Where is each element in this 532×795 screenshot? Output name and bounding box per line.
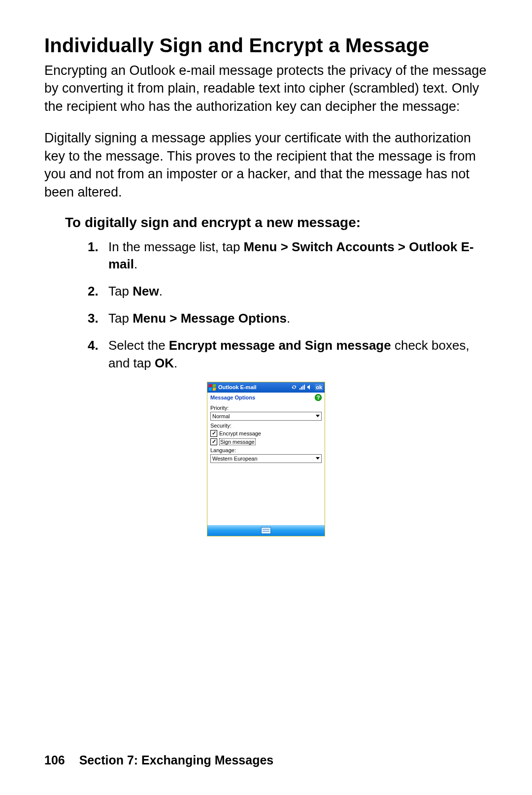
help-icon[interactable]: ?	[315, 394, 322, 401]
device-titlebar: Outlook E-mail ok	[207, 382, 325, 393]
encrypt-checkbox[interactable]	[210, 430, 217, 437]
keyboard-icon[interactable]	[261, 527, 271, 534]
sign-checkbox[interactable]	[210, 438, 217, 445]
language-value: Western European	[212, 456, 258, 462]
device-subheader: Message Options ?	[207, 393, 325, 402]
step-4-bold-b: OK	[155, 356, 174, 370]
device-blank-area	[210, 463, 322, 522]
encrypt-row[interactable]: Encrypt message	[210, 430, 322, 437]
steps-list: In the message list, tap Menu > Switch A…	[44, 238, 488, 372]
ok-button[interactable]: ok	[315, 384, 323, 391]
page-footer: 106 Section 7: Exchanging Messages	[44, 753, 273, 767]
sign-label: Sign message	[219, 438, 256, 445]
device-screenshot: Outlook E-mail ok Message Options ? Prio…	[207, 382, 325, 536]
device-content: Priority: Normal Security: Encrypt messa…	[207, 402, 325, 525]
step-1-text: In the message list, tap	[108, 239, 244, 254]
step-3-tail: .	[287, 311, 290, 326]
speaker-icon	[307, 384, 313, 390]
intro-paragraph-2: Digitally signing a message applies your…	[44, 129, 488, 201]
encrypt-label: Encrypt message	[219, 431, 261, 436]
language-select[interactable]: Western European	[210, 454, 322, 463]
sign-row[interactable]: Sign message	[210, 438, 322, 445]
priority-select[interactable]: Normal	[210, 412, 322, 421]
step-2-bold: New	[133, 284, 159, 298]
intro-paragraph-1: Encrypting an Outlook e-mail message pro…	[44, 62, 488, 115]
message-options-label: Message Options	[210, 395, 255, 400]
device-title: Outlook E-mail	[218, 384, 289, 390]
sync-icon	[291, 384, 297, 390]
page-heading: Individually Sign and Encrypt a Message	[44, 34, 488, 57]
step-4-bold-a: Encrypt message and Sign message	[169, 338, 391, 353]
step-3: Tap Menu > Message Options.	[44, 310, 488, 327]
chevron-down-icon	[316, 457, 320, 460]
status-icons: ok	[291, 384, 323, 391]
chevron-down-icon	[316, 415, 320, 417]
section-label: Section 7: Exchanging Messages	[79, 753, 274, 767]
step-4-text-c: .	[174, 356, 177, 370]
step-1: In the message list, tap Menu > Switch A…	[44, 238, 488, 273]
priority-label: Priority:	[210, 405, 322, 411]
priority-value: Normal	[212, 413, 230, 419]
step-3-text: Tap	[108, 311, 133, 326]
windows-start-icon[interactable]	[209, 384, 216, 391]
signal-icon	[299, 384, 305, 390]
page-number: 106	[44, 753, 65, 767]
document-page: Individually Sign and Encrypt a Message …	[0, 0, 532, 795]
step-3-bold: Menu > Message Options	[133, 311, 287, 326]
step-2-text: Tap	[108, 284, 133, 298]
procedure-heading: To digitally sign and encrypt a new mess…	[65, 215, 488, 231]
device-softbar	[207, 525, 325, 536]
step-4: Select the Encrypt message and Sign mess…	[44, 337, 488, 371]
language-label: Language:	[210, 447, 322, 453]
security-label: Security:	[210, 423, 322, 429]
step-4-text-a: Select the	[108, 338, 169, 353]
step-1-tail: .	[134, 257, 137, 271]
step-2-tail: .	[159, 284, 163, 298]
step-2: Tap New.	[44, 283, 488, 300]
